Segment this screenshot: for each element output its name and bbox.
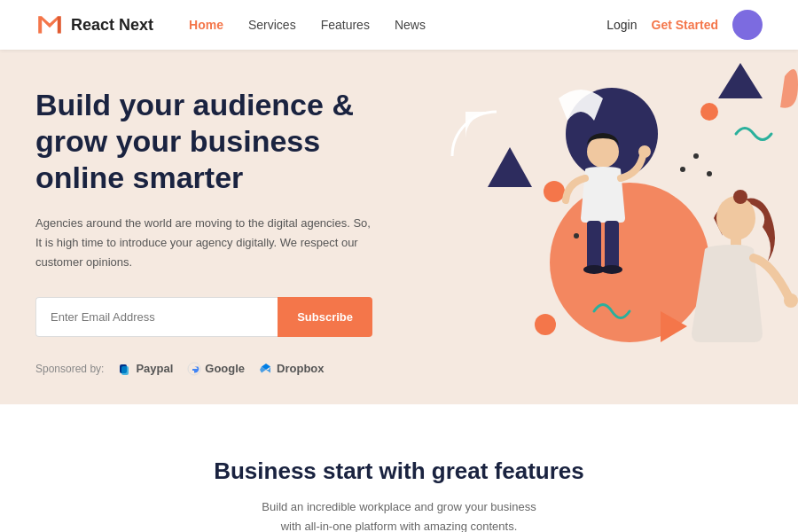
logo-link[interactable]: React Next (35, 11, 153, 39)
svg-point-22 (587, 136, 619, 168)
nav-links: Home Services Features News (189, 17, 606, 33)
paypal-icon (118, 362, 132, 376)
nav-services[interactable]: Services (248, 18, 296, 32)
google-label: Google (205, 362, 245, 375)
nav-right: Login Get Started (606, 10, 763, 40)
subscribe-button[interactable]: Subscribe (278, 297, 372, 337)
svg-point-13 (700, 103, 718, 121)
paypal-sponsor: Paypal (118, 362, 173, 376)
hero-subtitle: Agencies around the world are moving to … (35, 214, 372, 272)
google-sponsor: Google (187, 362, 245, 376)
nav-features[interactable]: Features (321, 18, 370, 32)
dropbox-sponsor: Dropbox (259, 362, 324, 376)
email-subscribe-row: Subscribe (35, 297, 372, 337)
svg-point-19 (574, 233, 579, 239)
svg-point-18 (707, 171, 712, 176)
paypal-label: Paypal (136, 362, 173, 375)
features-subtitle: Build an incredible workplace and grow y… (257, 497, 541, 532)
login-button[interactable]: Login (606, 18, 637, 32)
hero-section: Build your audience & grow your business… (0, 50, 798, 404)
dropbox-label: Dropbox (277, 362, 324, 375)
hero-svg (337, 50, 798, 404)
sponsor-label: Sponsored by: (35, 363, 104, 375)
nav-home[interactable]: Home (189, 18, 223, 32)
svg-point-14 (544, 181, 565, 202)
email-input[interactable] (35, 297, 278, 337)
svg-point-30 (784, 293, 798, 308)
brand-name: React Next (71, 16, 153, 35)
svg-rect-24 (587, 221, 601, 270)
logo-icon (35, 11, 64, 39)
features-section: Business start with great features Build… (0, 404, 798, 532)
avatar[interactable] (732, 10, 763, 40)
svg-marker-12 (718, 63, 763, 98)
dropbox-icon (259, 362, 273, 376)
svg-point-31 (733, 190, 747, 204)
features-title: Business start with great features (35, 458, 763, 485)
svg-point-23 (638, 145, 651, 158)
navbar: React Next Home Services Features News L… (0, 0, 798, 50)
get-started-button[interactable]: Get Started (652, 18, 718, 32)
svg-point-15 (535, 314, 556, 335)
google-icon (187, 362, 201, 376)
svg-point-27 (601, 265, 622, 274)
nav-news[interactable]: News (395, 18, 426, 32)
svg-point-9 (550, 183, 709, 342)
svg-rect-2 (58, 16, 61, 33)
svg-rect-25 (605, 221, 619, 270)
hero-content: Build your audience & grow your business… (35, 87, 372, 376)
svg-point-16 (680, 167, 685, 172)
svg-point-17 (693, 153, 699, 159)
hero-illustration (337, 50, 798, 404)
hero-title: Build your audience & grow your business… (35, 87, 372, 195)
svg-rect-4 (121, 366, 129, 375)
svg-marker-11 (488, 147, 532, 187)
sponsors-row: Sponsored by: Paypal Google Drop (35, 362, 372, 376)
svg-point-28 (716, 196, 755, 240)
